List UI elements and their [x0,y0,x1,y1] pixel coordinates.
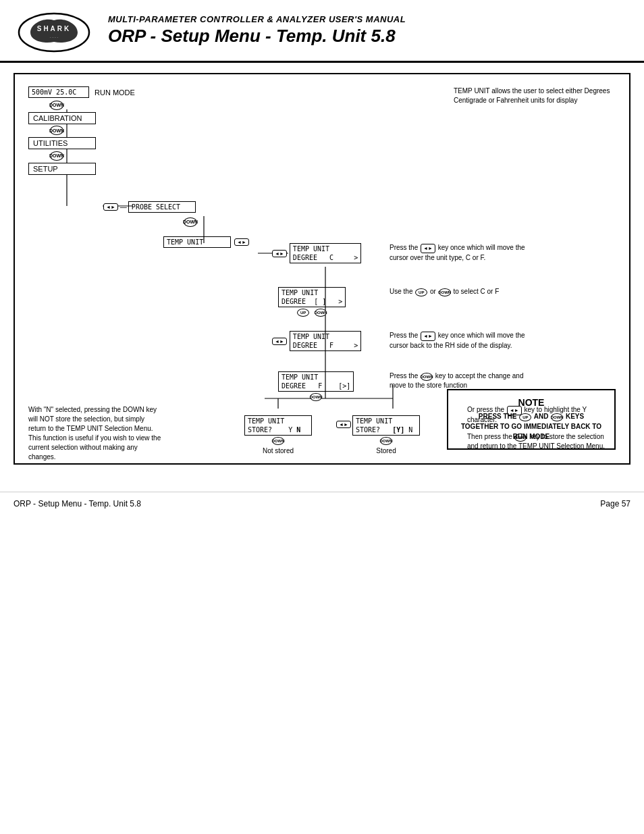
page-subtitle: ORP - Setup Menu - Temp. Unit 5.8 [108,26,630,47]
note-title: NOTE [458,397,604,408]
s1-line2: DEGREE C > [293,253,358,262]
footer-left: ORP - Setup Menu - Temp. Unit 5.8 [14,499,141,509]
footer-right: Page 57 [600,499,630,509]
run-mode-label: RUN MODE [95,88,135,97]
up-btn-note[interactable]: UP [519,413,531,421]
page-header: SHARK · · · · · MULTI-PARAMETER CONTROLL… [0,0,644,63]
store-left-line2: STORE? Y N [248,425,308,434]
s2-line2: DEGREE [ ] > [281,297,342,306]
calibration-menu-item[interactable]: CALIBRATION [28,112,96,124]
note-line3: RUN MODE [513,433,549,440]
utilities-menu-item[interactable]: UTILITIES [28,137,96,149]
probe-select-area: ◄► — PROBE SELECT [103,201,196,213]
screen3: ◄► TEMP UNIT DEGREE F > Press the ◄► key… [271,331,361,351]
page-footer: ORP - Setup Menu - Temp. Unit 5.8 Page 5… [0,492,644,515]
diagram-box: 500mV 25.0C RUN MODE DOWN CALIBRATION DO… [14,73,630,465]
run-mode-display: 500mV 25.0C [28,86,89,98]
svg-text:· · · · ·: · · · · · [50,35,59,39]
store-left-line1: TEMP UNIT [248,417,308,425]
s4-line2: DEGREE F [>] [281,382,350,390]
down-btn-note[interactable]: DOWN [551,413,563,421]
svg-text:SHARK: SHARK [37,25,72,32]
setup-menu-item[interactable]: SETUP [28,163,96,175]
not-stored-label: Not stored [244,447,312,454]
down-btn-1[interactable]: DOWN [49,99,135,111]
enter-btn-temp[interactable]: ◄► [234,238,249,246]
note-box: NOTE PRESS THE UP AND DOWN KEYS TOGETHER… [447,389,616,450]
s3-line2: DEGREE F > [293,341,358,350]
enter-btn-store[interactable]: ◄► [336,419,352,428]
s3-line1: TEMP UNIT [293,332,358,341]
temp-unit-description: TEMP UNIT allows the user to select eith… [454,86,616,105]
s3-desc: Press the ◄► key once which will move th… [390,331,538,350]
down-btn-s2-desc[interactable]: DOWN [439,288,451,296]
probe-select-label: PROBE SELECT [132,203,192,211]
note-text: PRESS THE UP AND DOWN KEYS TOGETHER TO G… [458,411,604,442]
store-right-screen: TEMP UNIT STORE? [Y] N DOWN Stored [352,415,420,454]
temp-unit-flow-label: TEMP UNIT ◄► [163,236,250,248]
down-btn-3[interactable]: DOWN [49,150,135,161]
screen2: TEMP UNIT DEGREE [ ] > UP DOWN Use the U… [278,287,346,317]
s2-line1: TEMP UNIT [281,288,342,297]
note-line2: TOGETHER TO GO IMMEDIATELY BACK TO [461,423,601,430]
down-btn-store-left[interactable]: DOWN [272,437,284,445]
down-btn-s4[interactable]: DOWN [310,393,322,401]
up-btn-s2[interactable]: UP [297,309,309,317]
left-menu: 500mV 25.0C RUN MODE DOWN CALIBRATION DO… [28,86,135,175]
screen4: TEMP UNIT DEGREE F [>] DOWN Press the DO… [278,371,354,401]
s2-desc: Use the UP or DOWN to select C or F [390,287,538,296]
stored-label: Stored [352,447,420,454]
manual-title: MULTI-PARAMETER CONTROLLER & ANALYZER US… [108,14,630,24]
down-btn-store-right[interactable]: DOWN [380,437,392,445]
up-btn-s2-desc[interactable]: UP [415,288,427,296]
enter-btn-s3[interactable]: ◄► [272,338,287,345]
down-btn-s4-desc[interactable]: DOWN [421,373,433,381]
enter-btn-s1-desc[interactable]: ◄► [421,244,435,253]
temp-unit-label-box: TEMP UNIT [163,236,231,248]
screen1: ◄► TEMP UNIT DEGREE C > Press the ◄► key… [271,243,361,263]
s4-desc: Press the DOWN key to accept the change … [390,371,538,390]
main-content: 500mV 25.0C RUN MODE DOWN CALIBRATION DO… [0,63,644,488]
store-left-screen: TEMP UNIT STORE? Y N DOWN Not stored [244,415,312,454]
down-btn-probe[interactable]: DOWN [182,216,197,228]
store-right-line1: TEMP UNIT [356,417,417,425]
down-btn-2[interactable]: DOWN [49,125,135,136]
temp-unit-label: TEMP UNIT [167,238,227,246]
not-stored-text: With "N" selected, pressing the DOWN key… [28,405,163,462]
description-text: TEMP UNIT allows the user to select eith… [454,86,616,105]
logo: SHARK · · · · · [14,7,95,54]
header-text: MULTI-PARAMETER CONTROLLER & ANALYZER US… [108,14,630,47]
enter-btn-s3-desc[interactable]: ◄► [421,332,435,341]
enter-btn-s1[interactable]: ◄► [272,250,287,257]
s1-desc: Press the ◄► key once which will move th… [390,243,538,263]
enter-btn-probe[interactable]: ◄► [103,203,118,211]
probe-select-box: PROBE SELECT [128,201,196,213]
store-right-line2: STORE? [Y] N [356,425,417,434]
s4-line1: TEMP UNIT [281,373,350,382]
s1-line1: TEMP UNIT [293,244,358,253]
down-btn-s2[interactable]: DOWN [315,309,327,317]
not-stored-desc: With "N" selected, pressing the DOWN key… [28,405,163,462]
